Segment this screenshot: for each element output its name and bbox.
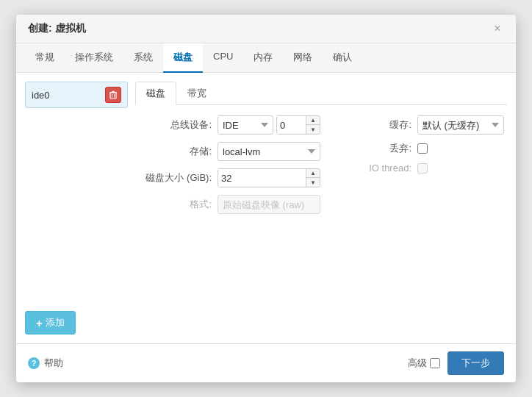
next-button[interactable]: 下一步 [447,351,504,375]
tab-system[interactable]: 系统 [123,43,163,73]
tab-disk[interactable]: 磁盘 [163,43,203,73]
io-thread-row: IO thread: [338,162,504,174]
bus-row: 总线设备: IDE ▲ ▼ [138,115,320,135]
format-select: 原始磁盘映像 (raw) [218,195,320,214]
io-thread-checkbox[interactable] [417,163,428,174]
storage-select[interactable]: local-lvm [218,142,320,161]
add-icon: + [36,317,43,329]
advanced-wrap: 高级 [408,357,440,370]
storage-label: 存储: [138,145,212,158]
dialog-footer: ? 帮助 高级 下一步 [16,343,516,382]
dialog-header: 创建: 虚拟机 × [16,15,516,43]
tab-memory[interactable]: 内存 [243,43,283,73]
io-thread-label: IO thread: [338,162,411,174]
help-text: 帮助 [44,357,63,370]
bus-num-down[interactable]: ▼ [306,125,320,135]
advanced-checkbox[interactable] [430,358,440,368]
create-vm-dialog: 创建: 虚拟机 × 常规 操作系统 系统 磁盘 CPU 内存 网络 确认 ide… [16,15,516,382]
cache-select[interactable]: 默认 (无缓存) [417,115,504,135]
bus-num-up[interactable]: ▲ [306,115,320,125]
add-disk-button[interactable]: + 添加 [25,311,76,335]
form-left-col: 总线设备: IDE ▲ ▼ [138,115,320,214]
storage-row: 存储: local-lvm [138,142,320,161]
tab-general[interactable]: 常规 [25,43,65,73]
bus-num-input[interactable] [277,116,306,134]
discard-row: 丢弃: [338,142,504,155]
trash-icon [109,90,117,99]
footer-right: 高级 下一步 [408,351,504,375]
content-area: ide0 + 添加 [16,73,516,343]
size-label: 磁盘大小 (GiB): [138,171,212,185]
advanced-label: 高级 [408,357,427,370]
tab-os[interactable]: 操作系统 [65,43,123,73]
svg-rect-0 [110,93,116,99]
form-right-col: 缓存: 默认 (无缓存) 丢弃: IO thread: [338,115,504,214]
format-row: 格式: 原始磁盘映像 (raw) [138,195,320,214]
disk-config-panel: 磁盘 带宽 总线设备: IDE [135,82,507,335]
size-up[interactable]: ▲ [306,168,320,178]
tab-confirm[interactable]: 确认 [323,43,362,73]
tab-network[interactable]: 网络 [283,43,323,73]
format-label: 格式: [138,198,212,211]
bus-select[interactable]: IDE [218,115,273,135]
help-icon[interactable]: ? [28,357,40,369]
add-label: 添加 [46,316,65,329]
disk-form: 总线设备: IDE ▲ ▼ [135,115,507,214]
disk-delete-button[interactable] [105,87,121,103]
cache-row: 缓存: 默认 (无缓存) [338,115,504,135]
discard-checkbox[interactable] [417,143,428,154]
size-down[interactable]: ▼ [306,178,320,187]
bus-label: 总线设备: [138,118,212,132]
close-button[interactable]: × [491,22,504,35]
footer-left: ? 帮助 [28,357,63,370]
sub-tab-bar: 磁盘 带宽 [135,82,507,105]
disk-list-item: ide0 [25,82,128,108]
size-row: 磁盘大小 (GiB): ▲ ▼ [138,168,320,187]
size-input[interactable] [218,169,306,187]
discard-label: 丢弃: [338,142,411,155]
dialog-title: 创建: 虚拟机 [28,22,86,35]
tab-cpu[interactable]: CPU [203,43,243,73]
disk-list-panel: ide0 + 添加 [25,82,128,335]
size-spinners: ▲ ▼ [306,168,320,187]
sub-tab-bandwidth[interactable]: 带宽 [176,82,218,105]
sub-tab-disk[interactable]: 磁盘 [135,82,176,105]
tab-bar: 常规 操作系统 系统 磁盘 CPU 内存 网络 确认 [16,43,516,73]
disk-item-label: ide0 [32,90,50,101]
bus-num-spinners: ▲ ▼ [306,115,320,135]
cache-label: 缓存: [338,118,411,132]
